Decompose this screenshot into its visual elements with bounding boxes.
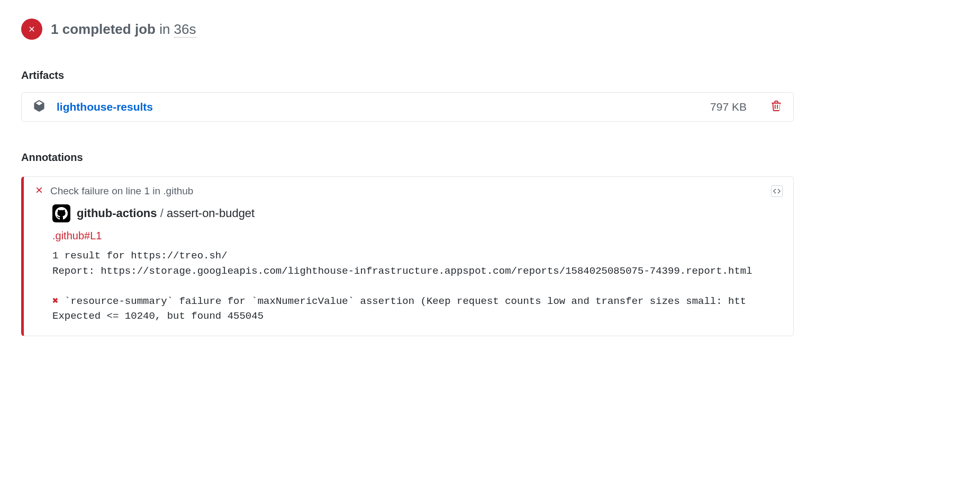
log-result-line: 1 result for https://treo.sh/	[52, 250, 228, 262]
artifact-name-link[interactable]: lighthouse-results	[57, 101, 710, 113]
artifact-size: 797 KB	[710, 101, 747, 113]
x-icon	[34, 185, 44, 197]
job-summary-text: 1 completed job in 36s	[51, 21, 196, 38]
artifacts-section-title: Artifacts	[21, 69, 794, 82]
annotations-section-title: Annotations	[21, 151, 794, 164]
artifact-row[interactable]: lighthouse-results 797 KB	[21, 92, 794, 122]
trash-icon[interactable]	[771, 101, 782, 113]
annotation-item: Check failure on line 1 in .github githu…	[21, 176, 794, 336]
workflow-actor-job[interactable]: github-actions / assert-on-budget	[77, 206, 255, 220]
log-failure-detail: `resource-summary` failure for `maxNumer…	[58, 295, 746, 307]
log-expected-line: Expected <= 10240, but found 455045	[52, 310, 264, 322]
code-icon[interactable]	[771, 185, 783, 197]
annotation-log-output: 1 result for https://treo.sh/ Report: ht…	[52, 248, 783, 324]
file-reference-link[interactable]: .github#L1	[52, 230, 783, 242]
check-failure-label: Check failure on line 1 in .github	[50, 185, 193, 197]
actor-name: github-actions	[77, 206, 157, 220]
package-icon	[33, 100, 45, 114]
job-summary-row: 1 completed job in 36s	[21, 19, 794, 40]
status-failed-icon	[21, 19, 42, 40]
in-text: in	[156, 21, 174, 37]
inline-x-icon: ✖	[52, 295, 58, 307]
actor-separator: /	[157, 206, 167, 220]
job-duration[interactable]: 36s	[174, 21, 196, 38]
log-report-line: Report: https://storage.googleapis.com/l…	[52, 265, 752, 277]
github-logo-icon	[52, 204, 70, 222]
job-name: assert-on-budget	[167, 206, 255, 220]
completed-jobs-count: 1 completed job	[51, 21, 156, 37]
